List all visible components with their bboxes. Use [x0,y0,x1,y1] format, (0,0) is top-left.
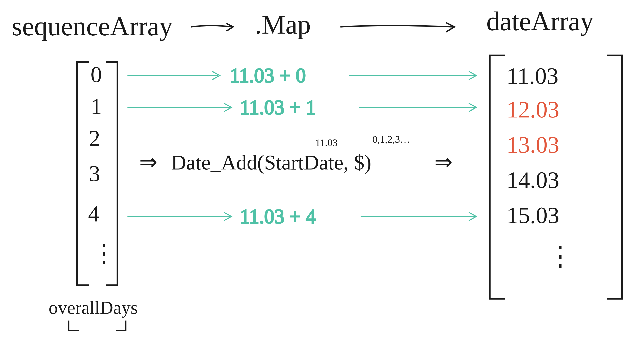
date-item-ellipsis: ⋮ [547,241,574,271]
date-item-3: 14.03 [506,167,559,193]
formula-arrow-right: ⇒ [434,150,453,174]
date-array-label: dateArray [486,6,594,36]
date-item-1: 12.03 [506,97,559,123]
map-row-0: 11.03 + 0 [128,64,476,87]
arrow-header-left [191,24,233,31]
date-item-4: 15.03 [506,202,559,228]
map-row-4: 11.03 + 4 [128,205,476,228]
formula-arrow-left: ⇒ [139,150,158,174]
overall-days-label: overallDays [49,297,138,318]
seq-item-2: 2 [89,126,100,151]
formula-note-startdate: 11.03 [315,137,338,148]
date-item-0: 11.03 [506,63,558,89]
diagram-canvas: sequenceArray .Map dateArray 0 1 2 3 4 ⋮… [0,0,644,341]
seq-item-1: 1 [90,94,102,119]
map-expr-1: 11.03 + 1 [240,96,316,119]
date-item-2: 13.03 [506,132,559,158]
seq-item-3: 3 [89,161,100,186]
map-expr-4: 11.03 + 4 [240,205,316,228]
overall-days-bracket [69,320,126,330]
map-label: .Map [255,10,311,40]
seq-item-ellipsis: ⋮ [92,239,116,267]
map-expr-0: 11.03 + 0 [230,64,306,87]
sequence-array-label: sequenceArray [12,11,172,41]
arrow-header-right [340,23,454,32]
seq-item-0: 0 [90,62,102,87]
formula-text: Date_Add(StartDate, $) [171,151,371,174]
seq-item-4: 4 [88,201,100,226]
formula-note-dollar: 0,1,2,3… [372,134,410,145]
map-row-1: 11.03 + 1 [128,96,476,119]
